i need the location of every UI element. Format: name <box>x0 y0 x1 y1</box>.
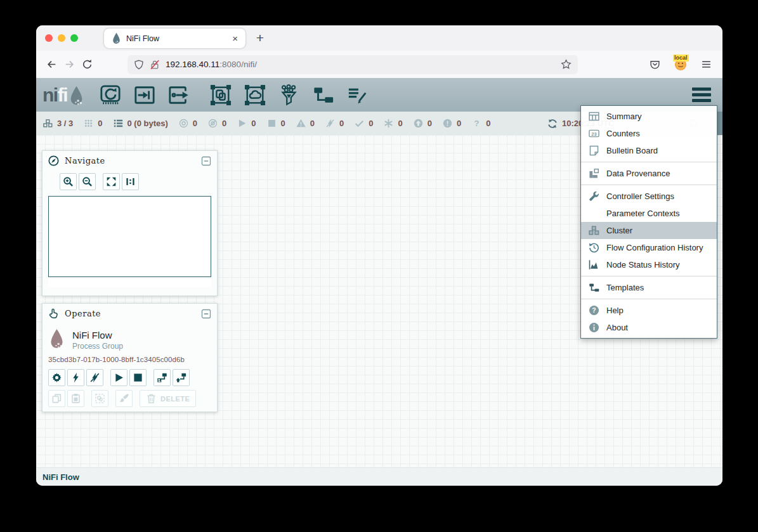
collapse-icon[interactable] <box>201 309 211 319</box>
insecure-lock-icon[interactable] <box>150 60 160 70</box>
configure-button[interactable] <box>48 369 65 386</box>
global-menu-icon[interactable] <box>692 88 716 103</box>
menu-item-label: Data Provenance <box>606 169 670 178</box>
paste-button[interactable] <box>67 390 84 407</box>
birdseye-minimap[interactable] <box>48 196 211 277</box>
data-provenance-icon <box>589 168 599 179</box>
tab-close-icon[interactable]: × <box>232 34 238 43</box>
locally-modified-icon <box>384 119 393 128</box>
stop-button[interactable] <box>129 369 147 386</box>
browser-window: NiFi Flow × + 192.168.40.11:8080/nifi/ l… <box>36 25 722 486</box>
menu-item-about[interactable]: About <box>581 319 717 336</box>
collapse-icon[interactable] <box>201 156 211 166</box>
url-bar[interactable]: 192.168.40.11:8080/nifi/ <box>127 55 578 74</box>
back-icon[interactable] <box>42 56 60 74</box>
breadcrumb-root[interactable]: NiFi Flow <box>42 472 79 482</box>
url-text[interactable]: 192.168.40.11:8080/nifi/ <box>166 60 257 69</box>
breadcrumb: NiFi Flow <box>36 467 722 486</box>
pocket-icon[interactable] <box>650 59 660 70</box>
menu-item-help[interactable]: ?Help <box>581 302 717 319</box>
operate-title: Operate <box>65 309 101 318</box>
process-group-drop-icon <box>48 328 65 350</box>
minimize-window-button[interactable] <box>58 34 65 42</box>
funnel-icon[interactable] <box>278 84 300 106</box>
about-icon <box>589 322 599 333</box>
status-connected-nodes-count: 3 / 3 <box>57 119 73 128</box>
label-icon[interactable] <box>347 84 369 106</box>
menu-item-counters[interactable]: 23Counters <box>581 125 717 142</box>
menu-item-controller-settings[interactable]: Controller Settings <box>581 188 717 205</box>
upload-template-button[interactable] <box>173 369 190 386</box>
copy-icon <box>51 393 62 404</box>
zoom-fit-button[interactable] <box>103 173 120 190</box>
forward-icon[interactable] <box>60 56 78 74</box>
process-group-icon[interactable] <box>210 84 232 106</box>
window-edge-strip <box>717 112 722 135</box>
templates-icon <box>589 282 599 293</box>
component-toolbar <box>100 84 381 106</box>
status-stale: 0 <box>414 119 432 128</box>
menu-item-cluster[interactable]: Cluster <box>581 222 717 239</box>
flow-config-history-icon <box>589 242 599 253</box>
output-port-icon[interactable] <box>168 84 190 106</box>
avatar-icon <box>675 62 686 72</box>
fill-color-button[interactable] <box>115 390 133 407</box>
svg-text:?: ? <box>592 307 596 314</box>
active-threads-icon <box>84 119 93 128</box>
zoom-actual-size-button[interactable] <box>122 173 139 190</box>
profile-avatar[interactable]: local <box>675 59 686 70</box>
refresh-icon[interactable] <box>547 119 558 129</box>
navigate-palette: Navigate <box>42 150 218 296</box>
status-locally-modified: 0 <box>384 119 402 128</box>
create-template-button[interactable] <box>154 369 171 386</box>
start-button[interactable] <box>110 369 127 386</box>
enable-button[interactable] <box>67 369 84 386</box>
nifi-favicon-icon <box>112 32 121 44</box>
cluster-cubes-icon <box>589 225 599 236</box>
status-up-to-date: 0 <box>355 119 373 128</box>
zoom-window-button[interactable] <box>70 34 78 42</box>
menu-separator <box>581 185 717 185</box>
group-button[interactable] <box>91 390 108 407</box>
template-icon[interactable] <box>313 84 334 106</box>
status-locally-modified-count: 0 <box>398 119 402 128</box>
upload-template-icon <box>176 372 186 383</box>
browser-tab[interactable]: NiFi Flow × <box>104 29 245 48</box>
copy-button[interactable] <box>48 390 65 407</box>
status-locally-modified-stale: 0 <box>443 119 461 128</box>
zoom-out-icon <box>82 176 93 187</box>
zoom-in-button[interactable] <box>60 173 77 190</box>
counters-icon: 23 <box>589 128 599 139</box>
new-tab-button[interactable]: + <box>252 30 268 46</box>
input-port-icon[interactable] <box>134 84 155 106</box>
menu-item-data-provenance[interactable]: Data Provenance <box>581 165 717 182</box>
navigate-header: Navigate <box>42 151 217 171</box>
browser-menu-icon[interactable] <box>701 59 712 70</box>
delete-button[interactable]: DELETE <box>140 390 196 407</box>
menu-item-bulletin-board[interactable]: Bulletin Board <box>581 142 717 159</box>
menu-item-label: Flow Configuration History <box>606 243 703 252</box>
status-not-transmitting: 0 <box>208 119 226 128</box>
zoom-out-button[interactable] <box>79 173 96 190</box>
reload-icon[interactable] <box>78 56 96 74</box>
processor-icon[interactable] <box>100 84 121 106</box>
menu-item-parameter-contexts[interactable]: Parameter Contexts <box>581 205 717 222</box>
menu-item-summary[interactable]: Summary <box>581 108 717 125</box>
paste-icon <box>70 393 81 404</box>
nifi-logo: nifi <box>42 81 84 110</box>
global-menu-dropdown: Summary23CountersBulletin BoardData Prov… <box>580 105 717 339</box>
shield-icon[interactable] <box>134 60 144 70</box>
menu-item-label: Bulletin Board <box>606 146 658 155</box>
close-window-button[interactable] <box>45 34 53 42</box>
zoom-in-icon <box>63 176 74 187</box>
menu-item-flow-configuration-history[interactable]: Flow Configuration History <box>581 239 717 256</box>
menu-item-templates[interactable]: Templates <box>581 279 717 296</box>
bookmark-star-icon[interactable] <box>561 59 572 70</box>
menu-item-node-status-history[interactable]: Node Status History <box>581 256 717 273</box>
status-invalid: 0 <box>296 119 315 128</box>
remote-process-group-icon[interactable] <box>244 84 266 106</box>
status-up-to-date-count: 0 <box>369 119 373 128</box>
status-sync-failure-count: 0 <box>486 119 490 128</box>
fill-color-icon <box>119 393 129 404</box>
disable-button[interactable] <box>86 369 103 386</box>
